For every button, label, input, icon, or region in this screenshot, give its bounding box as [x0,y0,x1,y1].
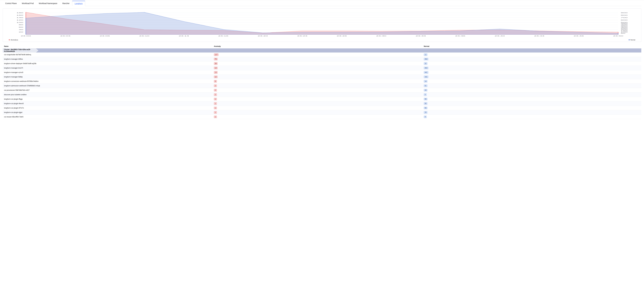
normal-cell: 453 [424,67,640,69]
tab-workload-pod[interactable]: Workload Pod [19,1,36,6]
anomaly-badge: 13 [214,71,218,74]
normal-badge: 55 [424,107,428,109]
tab-rancher[interactable]: Rancher [60,1,72,6]
anomaly-cell: 1 [214,102,424,105]
svg-text:23:50: 23:50 [613,35,623,37]
anomaly-cell: 1 [214,111,424,114]
svg-text:23:06: 23:06 [100,35,110,37]
anomaly-cell: 2 [214,89,424,91]
table-header-row: Name Anomaly Normal [3,44,641,48]
anomaly-badge: 6 [214,80,217,82]
anomaly-cell: 2 [214,84,424,87]
normal-badge: 32 [424,62,428,65]
anomaly-badge: 1 [214,102,217,105]
column-header-normal[interactable]: Normal [424,45,640,47]
legend-item-anomalous[interactable]: Anomalous [9,39,18,41]
normal-cell: 11 [424,53,640,56]
table-row[interactable]: longhorn-csi-plugin-ffqqp155 [3,97,641,101]
cluster-label: Cluster: 40e3f963-73db-429a-ae28-0c23bbd… [3,48,38,52]
normal-cell: 14 [424,80,640,82]
tab-control-plane[interactable]: Control Plane [3,1,19,6]
table-row[interactable]: csi-provisioner-59b7b8b7b8-rv527220 [3,88,641,92]
normal-cell: 161 [424,76,640,78]
normal-badge: 441 [424,71,428,74]
normal-cell: 55 [424,102,640,105]
normal-badge: 20 [424,89,428,91]
table-row[interactable]: csi-resizer-68ccff94-7dkr519 [3,115,641,119]
table-row[interactable]: longhorn-csi-plugin-87m7x155 [3,106,641,110]
anomaly-cell: 13 [214,71,424,74]
svg-text:700: 700 [621,17,628,18]
pod-name: longhorn-csi-plugin-87m7x [4,107,214,109]
svg-text:100: 100 [16,22,23,23]
svg-text:900: 900 [621,12,628,13]
pod-name: csi-provisioner-59b7b8b7b8-rv527 [4,89,214,91]
legend-label-normal: Normal [630,39,635,41]
anomaly-badge: 1 [214,116,217,118]
anomaly-badge: 1 [214,98,217,100]
tab-workload-namespace[interactable]: Workload Namespace [36,1,60,6]
normal-badge: 25 [424,111,428,114]
pod-name: csi-snapshotter-6d7d679c98-bb6mq [4,54,214,56]
svg-text:23:43: 23:43 [534,35,544,37]
chart-legend: Anomalous Normal [5,38,639,41]
table-row[interactable]: longhorn-conversion-webhook-f976f9d-54dh… [3,79,641,84]
normal-badge: 11 [424,53,428,56]
anomaly-badge: 2 [214,84,217,87]
table-row[interactable]: csi-snapshotter-6d7d679c98-bb6mq12711 [3,52,641,57]
legend-swatch-normal [629,39,630,40]
table-row[interactable]: longhorn-csi-plugin-kjjpd125 [3,110,641,115]
pod-name: longhorn-manager-km27t [4,67,214,69]
cluster-group-header[interactable]: Cluster: 40e3f963-73db-429a-ae28-0c23bbd… [3,48,641,52]
table-row[interactable]: longhorn-manager-km27t13453 [3,66,641,70]
pod-name: longhorn-conversion-webhook-f976f9d-54dh… [4,80,214,82]
anomaly-badge: 2 [214,93,217,96]
svg-text:23:36: 23:36 [455,35,465,37]
table-row[interactable]: discover-proc-kubelet-cmdline20 [3,92,641,97]
anomaly-cell: 1 [214,116,424,118]
svg-text:23:23: 23:23 [297,35,307,37]
column-header-name[interactable]: Name [4,45,214,47]
column-header-anomaly[interactable]: Anomaly [214,45,424,47]
pod-name: longhorn-manager-b99sx [4,58,214,60]
svg-text:600: 600 [621,19,628,21]
anomaly-cell: 1 [214,107,424,109]
legend-label-anomalous: Anomalous [11,39,18,41]
normal-cell: 0 [424,93,640,96]
normal-badge: 51 [424,84,428,87]
svg-text:160: 160 [16,14,23,16]
normal-badge: 55 [424,98,428,100]
anomaly-cell: 1 [214,98,424,100]
anomaly-badge: 38 [214,62,218,65]
normal-cell: 9 [424,116,640,118]
pod-name: longhorn-csi-plugin-9wvx5 [4,103,214,104]
svg-text:180: 180 [16,12,23,13]
anomaly-cell: 2 [214,93,424,96]
pod-name: discover-proc-kubelet-cmdline [4,94,214,96]
table-row[interactable]: longhorn-csi-plugin-9wvx5155 [3,101,641,106]
table-row[interactable]: longhorn-manager-8dbtp12161 [3,75,641,79]
normal-badge: 0 [424,93,427,96]
svg-text:23:16: 23:16 [218,35,228,37]
legend-item-normal[interactable]: Normal [629,39,635,41]
normal-cell: 20 [424,89,640,91]
pod-name: longhorn-csi-plugin-ffqqp [4,98,214,100]
svg-text:23:20: 23:20 [258,35,268,37]
normal-badge: 453 [424,67,428,69]
anomaly-badge: 127 [214,53,218,56]
normal-badge: 454 [424,58,428,60]
normal-cell: 441 [424,71,640,74]
svg-text:23:30: 23:30 [376,35,386,37]
tab-longhorn[interactable]: Longhorn [72,1,85,6]
pod-table: Name Anomaly Normal Cluster: 40e3f963-73… [3,44,641,119]
table-row[interactable]: longhorn-driver-deployer-54dfb7bdf6-wj29… [3,61,641,66]
normal-badge: 9 [424,116,427,118]
table-row[interactable]: longhorn-manager-szms513441 [3,70,641,75]
anomaly-badge: 12 [214,76,218,78]
anomaly-badge: 13 [214,67,218,69]
anomaly-badge: 1 [214,111,217,114]
svg-text:23:26: 23:26 [337,35,347,37]
table-row[interactable]: longhorn-admission-webhook-57b6f689c5-nf… [3,84,641,88]
table-row[interactable]: longhorn-manager-b99sx76454 [3,57,641,61]
svg-text:23:40: 23:40 [495,35,505,37]
